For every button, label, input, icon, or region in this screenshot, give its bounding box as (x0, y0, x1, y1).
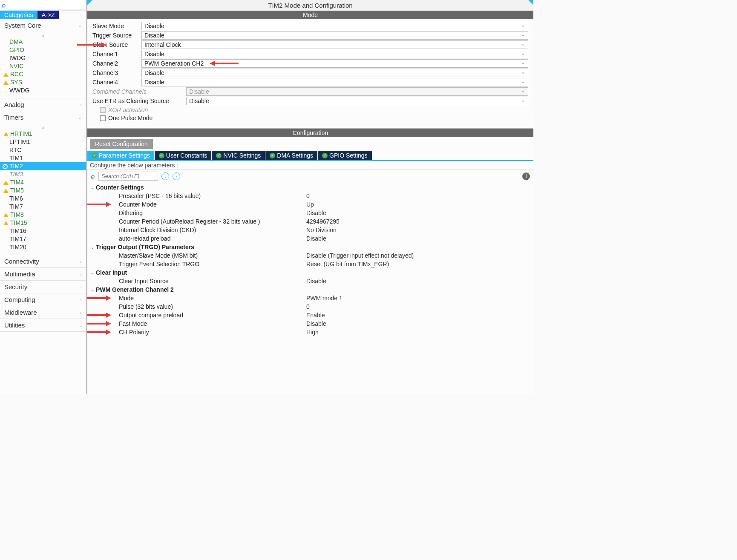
category-label: Computing (4, 296, 35, 303)
peripheral-item[interactable]: TIM3 (0, 170, 86, 178)
peripheral-item[interactable]: SYS (0, 78, 86, 86)
param-row[interactable]: Fast ModeDisable (91, 319, 530, 328)
peripheral-item[interactable]: TIM8 (0, 211, 86, 219)
peripheral-item[interactable]: TIM17 (0, 235, 86, 243)
peripheral-label: TIM17 (9, 235, 26, 243)
peripheral-label: GPIO (9, 46, 24, 54)
config-tab-label: Parameter Settings (99, 152, 150, 159)
mode-field-select[interactable]: Disable (141, 69, 528, 77)
param-row[interactable]: Master/Slave Mode (MSM bit)Disable (Trig… (91, 251, 530, 260)
peripheral-item[interactable]: TIM20 (0, 243, 86, 251)
mode-field-select[interactable]: Disable (186, 97, 528, 105)
param-row[interactable]: Pulse (32 bits value)0 (91, 302, 530, 311)
prev-match-button[interactable]: ‹ (161, 172, 169, 180)
param-group-header[interactable]: ⌄Counter Settings (91, 183, 530, 192)
param-search-input[interactable] (98, 172, 158, 181)
peripheral-item[interactable]: TIM16 (0, 227, 86, 235)
peripheral-item[interactable]: TIM7 (0, 203, 86, 211)
config-tab[interactable]: ✓Parameter Settings (87, 151, 155, 160)
next-match-button[interactable]: › (173, 172, 180, 180)
reset-configuration-button[interactable]: Reset Configuration (90, 139, 153, 149)
warning-icon (3, 221, 9, 225)
peripheral-item[interactable]: TIM6 (0, 195, 86, 203)
category-header[interactable]: Computing› (0, 293, 86, 306)
warning-icon (3, 80, 9, 85)
peripheral-item[interactable]: TIM4 (0, 178, 86, 187)
mode-field-select[interactable]: Disable (141, 50, 528, 58)
mode-row: Clock SourceInternal Clock (92, 40, 528, 49)
category-label: Middleware (4, 309, 37, 316)
param-row[interactable]: ModePWM mode 1 (91, 294, 530, 302)
category-header[interactable]: Connectivity› (0, 255, 86, 267)
view-tab-categories[interactable]: Categories (0, 11, 37, 19)
param-key: Clear Input Source (119, 278, 306, 284)
category-header[interactable]: System Core⌄ (0, 19, 86, 32)
param-value: PWM mode 1 (306, 295, 343, 302)
config-tab[interactable]: ✓DMA Settings (265, 151, 318, 160)
param-group-header[interactable]: ⌄Trigger Output (TRGO) Parameters (91, 243, 530, 251)
peripheral-item[interactable]: IWDG (0, 54, 86, 62)
config-tab[interactable]: ✓NVIC Settings (212, 151, 265, 160)
category-header[interactable]: Middleware› (0, 306, 86, 319)
param-row[interactable]: Output compare preloadEnable (91, 311, 530, 319)
peripheral-label: SYS (10, 79, 22, 86)
peripheral-label: NVIC (9, 63, 23, 70)
mode-field-select[interactable]: PWM Generation CH2 (141, 59, 528, 68)
collapse-left-icon[interactable] (87, 0, 92, 5)
sort-hint-icon[interactable]: ▴ (0, 32, 86, 38)
checkbox-label: One Pulse Mode (108, 115, 153, 121)
mode-row: Channel4Disable (92, 78, 528, 86)
collapse-right-icon[interactable] (528, 0, 533, 5)
peripheral-item[interactable]: HRTIM1 (0, 130, 86, 138)
param-row[interactable]: CH PolarityHigh (91, 328, 530, 336)
chevron-right-icon: › (80, 310, 82, 315)
param-row[interactable]: Internal Clock Division (CKD)No Division (91, 226, 530, 234)
mode-field-select[interactable]: Disable (141, 78, 528, 86)
category-label: Analog (4, 101, 24, 108)
chevron-down-icon: ⌄ (91, 270, 94, 275)
view-tab-az[interactable]: A->Z (37, 11, 59, 19)
chevron-down-icon: ⌄ (78, 115, 82, 120)
param-row[interactable]: Trigger Event Selection TRGOReset (UG bi… (91, 260, 530, 268)
peripheral-item[interactable]: TIM1 (0, 154, 86, 162)
mode-field-select[interactable]: Internal Clock (141, 40, 528, 49)
config-tab[interactable]: ✓GPIO Settings (318, 151, 372, 160)
peripheral-item[interactable]: ✓TIM2 (0, 162, 86, 170)
category-header[interactable]: Utilities› (0, 319, 86, 331)
param-group-label: PWM Generation Channel 2 (96, 286, 174, 293)
peripheral-item[interactable]: RCC (0, 70, 86, 78)
sort-hint-icon[interactable]: ▴ (0, 124, 86, 130)
param-row[interactable]: Clear Input SourceDisable (91, 277, 530, 285)
param-row[interactable]: Counter Period (AutoReload Register - 32… (91, 217, 530, 226)
param-row[interactable]: Prescaler (PSC - 16 bits value)0 (91, 192, 530, 200)
peripheral-item[interactable]: GPIO (0, 46, 86, 54)
peripheral-item[interactable]: TIM15 (0, 219, 86, 227)
param-row[interactable]: auto-reload preloadDisable (91, 234, 530, 243)
peripheral-item[interactable]: DMA (0, 38, 86, 46)
param-key: auto-reload preload (119, 235, 306, 242)
category-header[interactable]: Analog› (0, 98, 86, 111)
param-group-header[interactable]: ⌄Clear Input (91, 268, 530, 277)
category-header[interactable]: Timers⌄ (0, 111, 86, 123)
peripheral-item[interactable]: TIM5 (0, 187, 86, 195)
peripheral-label: TIM16 (9, 227, 26, 235)
peripheral-item[interactable]: RTC (0, 146, 86, 154)
peripheral-search-input[interactable] (8, 1, 84, 9)
category-header[interactable]: Multimedia› (0, 268, 86, 280)
param-group-header[interactable]: ⌄PWM Generation Channel 2 (91, 285, 530, 294)
mode-field-select[interactable]: Disable (141, 22, 528, 30)
peripheral-item[interactable]: WWDG (0, 86, 86, 95)
info-icon[interactable]: i (522, 172, 530, 180)
category-header[interactable]: Security› (0, 281, 86, 293)
mode-row: Trigger SourceDisable (92, 31, 528, 40)
mode-field-select[interactable]: Disable (141, 31, 528, 40)
warning-icon (3, 132, 9, 136)
svg-marker-5 (106, 202, 111, 207)
peripheral-item[interactable]: NVIC (0, 62, 86, 70)
peripheral-item[interactable]: LPTIM1 (0, 138, 86, 146)
param-row[interactable]: Counter ModeUp (91, 200, 530, 209)
config-panel: Configuration Reset Configuration ✓Param… (87, 128, 533, 394)
checkbox[interactable] (100, 115, 106, 121)
param-row[interactable]: DitheringDisable (91, 209, 530, 217)
config-tab[interactable]: ✓User Constants (155, 151, 212, 160)
